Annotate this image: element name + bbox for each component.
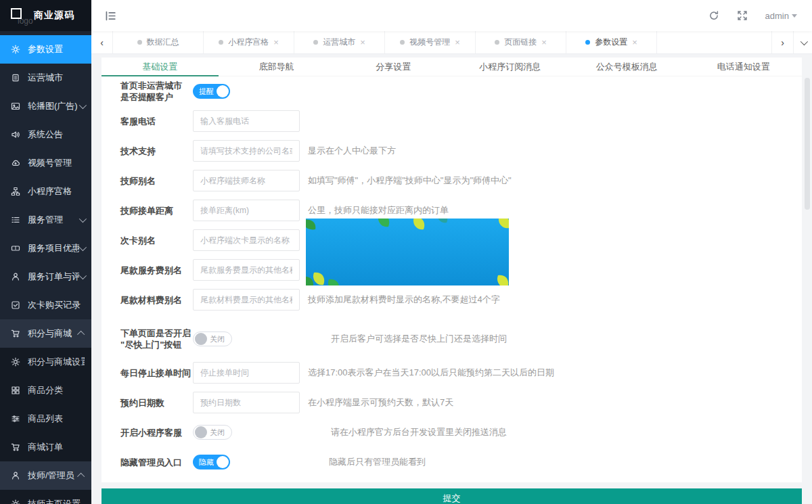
tab-status-dot (313, 40, 318, 45)
sidebar-item-13[interactable]: 商品列表 (0, 405, 91, 433)
list-icon (11, 215, 20, 225)
toggle-label: 隐藏 (199, 457, 214, 467)
close-icon[interactable]: × (632, 37, 637, 47)
field-label-line: 每日停止接单时间 (120, 367, 193, 379)
settings-tab-2[interactable]: 分享设置 (335, 58, 452, 76)
sidebar-item-label: 系统公告 (28, 129, 85, 141)
settings-tab-5[interactable]: 电话通知设置 (685, 58, 803, 76)
settings-tab-4[interactable]: 公众号模板消息 (568, 58, 685, 76)
form-row-3: 技师别名如填写"师傅"，小程序端"技师中心"显示为"师傅中心" (102, 166, 802, 196)
field-input-5[interactable] (193, 229, 300, 251)
tabs-dropdown-button[interactable] (793, 31, 812, 53)
settings-tab-0[interactable]: 基础设置 (102, 58, 219, 76)
chevron-down-icon (792, 14, 797, 18)
close-icon[interactable]: × (360, 37, 365, 47)
sidebar-item-12[interactable]: 商品分类 (0, 376, 91, 405)
sidebar-item-3[interactable]: 系统公告 (0, 120, 91, 149)
sidebar-menu: 参数设置运营城市轮播图(广告)系统公告视频号管理小程序宫格服务管理服务项目优惠券… (0, 31, 91, 504)
sidebar-item-label: 运营城市 (28, 72, 85, 84)
sidebar: logo 商业源码 参数设置运营城市轮播图(广告)系统公告视频号管理小程序宫格服… (0, 0, 91, 504)
field-input-1[interactable] (193, 110, 300, 132)
window-tab-2[interactable]: 运营城市× (294, 31, 385, 53)
sidebar-item-11[interactable]: 积分与商城设置 (0, 348, 91, 376)
user-menu[interactable]: admin (765, 11, 797, 21)
sidebar-item-6[interactable]: 服务管理 (0, 206, 91, 234)
window-tab-0[interactable]: 数据汇总 (113, 31, 204, 53)
gear-icon (11, 499, 20, 504)
field-input-9[interactable] (193, 362, 300, 384)
sidebar-item-1[interactable]: 运营城市 (0, 64, 91, 92)
submit-button[interactable]: 提交 (102, 488, 802, 504)
user-icon (11, 272, 20, 281)
user-icon (11, 471, 20, 480)
field-label-line: "尽快上门"按钮 (120, 339, 193, 350)
field-input-6[interactable] (193, 259, 300, 281)
sidebar-item-14[interactable]: 商城订单 (0, 433, 91, 461)
window-tab-3[interactable]: 视频号管理× (385, 31, 476, 53)
field-label-line: 次卡别名 (120, 235, 193, 246)
window-tabs: 数据汇总小程序宫格×运营城市×视频号管理×页面链接×参数设置× (113, 31, 771, 53)
window-tab-label: 数据汇总 (147, 37, 179, 48)
field-hint: 开启后客户可选择是否尽快上门还是选择时间 (331, 333, 507, 345)
field-input-4[interactable] (193, 200, 300, 221)
close-icon[interactable]: × (273, 37, 279, 47)
close-icon[interactable]: × (455, 37, 460, 47)
field-input-3[interactable] (193, 170, 300, 191)
field-label: 隐藏管理员入口 (120, 457, 193, 468)
sidebar-item-16[interactable]: 技师主页设置 (0, 490, 91, 504)
field-input-10[interactable] (193, 392, 300, 413)
sidebar-item-label: 技师/管理员 (28, 469, 79, 482)
toggle-switch-11[interactable]: 关闭 (193, 425, 232, 440)
field-input-2[interactable] (193, 140, 300, 162)
sidebar-item-7[interactable]: 服务项目优惠券 (0, 234, 91, 262)
toggle-switch-0[interactable]: 提醒 (193, 84, 230, 99)
sidebar-item-9[interactable]: 次卡购买记录 (0, 291, 91, 319)
form-row-12: 隐藏管理员入口隐藏隐藏后只有管理员能看到 (102, 447, 802, 477)
window-tab-4[interactable]: 页面链接× (476, 31, 566, 53)
settings-card: 基础设置底部导航分享设置小程序订阅消息公众号模板消息电话通知设置 首页非运营城市… (102, 58, 802, 482)
sidebar-item-label: 视频号管理 (28, 157, 85, 169)
field-label: 技术支持 (120, 145, 193, 157)
sidebar-item-5[interactable]: 小程序宫格 (0, 177, 91, 206)
sidebar-item-4[interactable]: 视频号管理 (0, 149, 91, 177)
toggle-switch-12[interactable]: 隐藏 (193, 455, 230, 469)
toggle-switch-8[interactable]: 关闭 (193, 331, 232, 346)
collapse-menu-icon[interactable] (105, 10, 116, 22)
toggle-knob (217, 85, 229, 97)
field-label: 技师别名 (120, 175, 193, 187)
chevron-down-icon (79, 272, 87, 279)
sidebar-item-label: 次卡购买记录 (28, 299, 85, 311)
toggle-label: 提醒 (199, 87, 214, 97)
sidebar-item-0[interactable]: 参数设置 (0, 35, 91, 64)
sidebar-item-15[interactable]: 技师/管理员 (0, 461, 91, 490)
chevron-down-icon (800, 37, 807, 45)
toggle-label: 关闭 (210, 334, 225, 344)
field-label-line: 首页非运营城市 (120, 80, 193, 91)
video-cloud-icon (11, 158, 20, 168)
field-label-line: 技师别名 (120, 175, 193, 187)
toggle-knob (217, 456, 229, 468)
refresh-icon[interactable] (708, 10, 719, 21)
sidebar-item-2[interactable]: 轮播图(广告) (0, 92, 91, 120)
field-hint: 公里，技师只能接对应距离内的订单 (308, 204, 449, 216)
sidebar-item-8[interactable]: 服务订单与评价 (0, 262, 91, 291)
window-tab-5[interactable]: 参数设置× (566, 31, 657, 53)
vertical-scrollbar-thumb[interactable] (805, 78, 810, 210)
field-input-7[interactable] (193, 289, 300, 311)
settings-tab-1[interactable]: 底部导航 (219, 58, 336, 76)
gear-icon (11, 45, 20, 54)
category-icon (11, 386, 20, 395)
close-icon[interactable]: × (541, 37, 547, 47)
toggle-knob (195, 333, 207, 345)
window-tab-label: 运营城市 (323, 37, 355, 48)
form-row-2: 技术支持显示在个人中心最下方 (102, 136, 802, 166)
tabs-scroll-right-button[interactable]: › (771, 31, 793, 53)
form-row-10: 预约日期数在小程序端显示可预约天数，默认7天 (102, 388, 802, 417)
settings-tab-3[interactable]: 小程序订阅消息 (452, 58, 569, 76)
field-hint: 请在小程序官方后台开发设置里关闭推送消息 (331, 426, 507, 438)
window-tab-1[interactable]: 小程序宫格× (204, 31, 294, 53)
tabs-scroll-left-button[interactable]: ‹ (91, 31, 113, 53)
field-label: 尾款材料费别名 (120, 294, 193, 306)
fullscreen-icon[interactable] (737, 10, 748, 21)
sidebar-item-10[interactable]: 积分与商城 (0, 319, 91, 348)
